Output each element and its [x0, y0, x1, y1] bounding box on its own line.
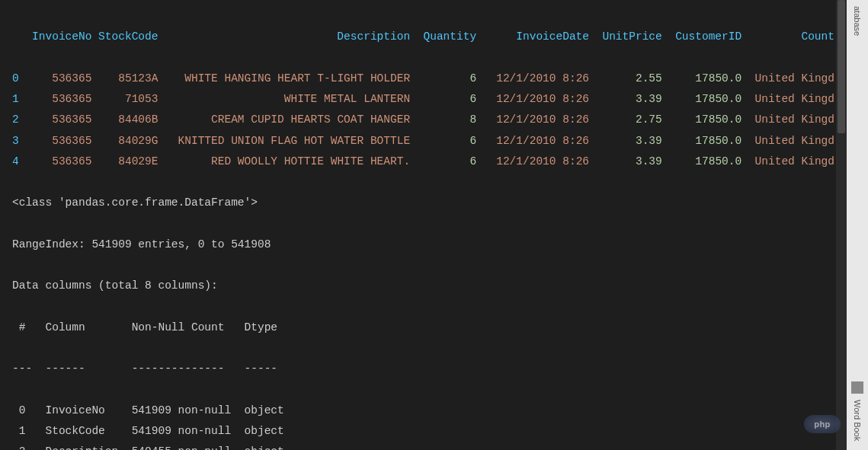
- table-row: 3 536365 84029G KNITTED UNION FLAG HOT W…: [12, 131, 822, 152]
- book-icon[interactable]: [851, 381, 863, 394]
- df-info-columns: 0 InvoiceNo 541909 non-null object 1 Sto…: [12, 401, 822, 450]
- table-body: 0 536365 85123A WHITE HANGING HEART T-LI…: [12, 69, 822, 172]
- df-range-line: RangeIndex: 541909 entries, 0 to 541908: [12, 235, 822, 255]
- right-side-panel: atabase Word Book: [847, 0, 868, 450]
- df-info-col-line: 0 InvoiceNo 541909 non-null object: [12, 401, 822, 421]
- df-info-divider: --- ------ -------------- -----: [12, 359, 822, 379]
- side-tab-database[interactable]: atabase: [850, 3, 866, 39]
- watermark: php: [804, 415, 844, 433]
- df-info-col-line: 1 StockCode 541909 non-null object: [12, 421, 822, 442]
- df-class-line: <class 'pandas.core.frame.DataFrame'>: [12, 193, 822, 213]
- notebook-output: InvoiceNo StockCode Description Quantity…: [0, 0, 834, 450]
- vertical-scrollbar[interactable]: [836, 0, 847, 450]
- scrollbar-thumb[interactable]: [838, 0, 845, 133]
- df-cols-line: Data columns (total 8 columns):: [12, 276, 822, 296]
- table-header-row: InvoiceNo StockCode Description Quantity…: [12, 27, 822, 47]
- side-tab-wordbook[interactable]: Word Book: [850, 397, 866, 444]
- table-row: 1 536365 71053 WHITE METAL LANTERN 6 12/…: [12, 89, 822, 110]
- df-info-col-line: 2 Description 540455 non-null object: [12, 442, 822, 450]
- table-row: 2 536365 84406B CREAM CUPID HEARTS COAT …: [12, 110, 822, 130]
- df-info-header: # Column Non-Null Count Dtype: [12, 318, 822, 338]
- table-row: 4 536365 84029E RED WOOLLY HOTTIE WHITE …: [12, 152, 822, 172]
- php-logo: php: [804, 415, 841, 433]
- table-row: 0 536365 85123A WHITE HANGING HEART T-LI…: [12, 69, 822, 89]
